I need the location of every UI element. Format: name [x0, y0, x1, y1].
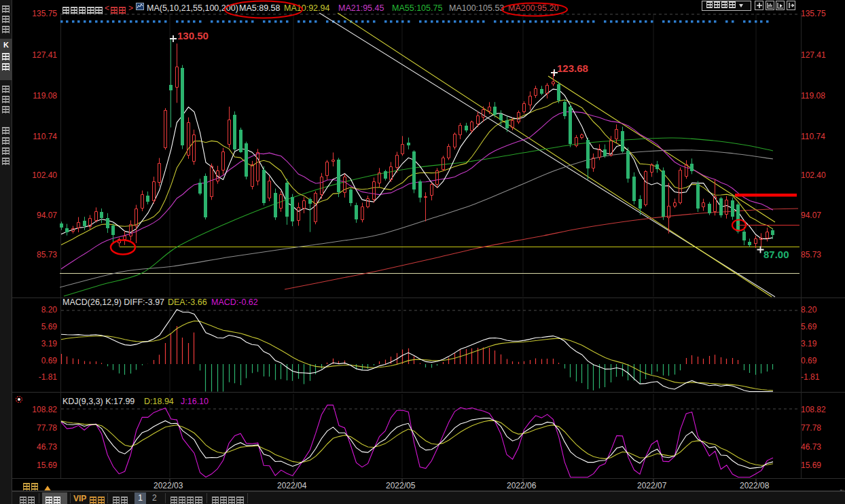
svg-text:-1.81: -1.81 [801, 372, 820, 382]
svg-text:85.73: 85.73 [37, 250, 57, 259]
svg-text:MACD(26,12,9) DIFF:-3.97: MACD(26,12,9) DIFF:-3.97 [62, 298, 164, 307]
svg-text:94.07: 94.07 [37, 211, 57, 220]
svg-text:108.82: 108.82 [32, 405, 57, 414]
svg-text:8.20: 8.20 [41, 305, 58, 314]
svg-text:0.69: 0.69 [801, 356, 817, 365]
svg-text:110.74: 110.74 [33, 132, 57, 141]
svg-text:KDJ(9,3,3) K:17.99: KDJ(9,3,3) K:17.99 [62, 397, 134, 406]
svg-text:135.75: 135.75 [32, 9, 57, 18]
svg-text:J:16.10: J:16.10 [181, 397, 209, 406]
svg-text:127.41: 127.41 [32, 50, 57, 60]
svg-text:85.73: 85.73 [801, 250, 821, 259]
svg-text:5.69: 5.69 [801, 322, 817, 331]
svg-text:102.40: 102.40 [801, 170, 826, 180]
svg-text:119.08: 119.08 [801, 91, 825, 101]
svg-text:123.68: 123.68 [557, 62, 588, 74]
svg-text:DEA:-3.66: DEA:-3.66 [168, 298, 207, 307]
svg-text:46.73: 46.73 [801, 442, 821, 452]
svg-text:3.19: 3.19 [801, 339, 817, 348]
svg-text:94.07: 94.07 [801, 211, 821, 220]
svg-text:108.82: 108.82 [801, 405, 826, 414]
svg-text:77.78: 77.78 [37, 423, 57, 433]
svg-text:0.69: 0.69 [41, 356, 58, 365]
svg-text:130.50: 130.50 [177, 30, 209, 41]
svg-text:15.69: 15.69 [801, 461, 821, 470]
svg-text:D:18.94: D:18.94 [144, 397, 174, 406]
svg-text:-1.81: -1.81 [39, 372, 58, 382]
svg-text:110.74: 110.74 [801, 132, 825, 141]
svg-text:87.00: 87.00 [763, 249, 789, 260]
svg-text:46.73: 46.73 [37, 442, 57, 452]
svg-text:135.75: 135.75 [801, 9, 826, 18]
svg-text:5.69: 5.69 [41, 322, 58, 331]
svg-text:8.20: 8.20 [801, 305, 817, 314]
svg-text:119.08: 119.08 [33, 91, 57, 101]
svg-text:77.78: 77.78 [801, 423, 821, 433]
svg-text:102.40: 102.40 [32, 170, 57, 180]
svg-text:127.41: 127.41 [801, 50, 826, 60]
svg-text:MACD:-0.62: MACD:-0.62 [211, 298, 258, 307]
svg-text:3.19: 3.19 [41, 339, 58, 348]
svg-text:15.69: 15.69 [37, 461, 57, 470]
